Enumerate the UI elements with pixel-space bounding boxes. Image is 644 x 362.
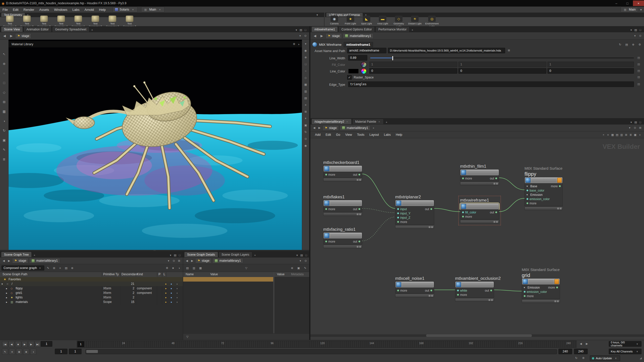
dopesheet-button[interactable]: ≡ [9, 349, 15, 355]
network-menu-tools[interactable]: Tools [354, 132, 367, 138]
close-button[interactable]: × [633, 1, 644, 6]
node-grid-standard-surface[interactable]: MtlX Standard Surface grid ▾Emission●mor… [522, 267, 560, 303]
path-back-icon[interactable]: ◀ [2, 33, 8, 39]
translate-tool-icon[interactable]: ⊕ [1, 61, 7, 66]
snap-frames-button[interactable]: ⊞ [16, 349, 22, 355]
node-port-row[interactable]: ▾Basemore [525, 184, 562, 188]
update-refresh-icon[interactable]: ↻ [574, 356, 579, 360]
path-pin-icon[interactable]: ⊙ [303, 34, 308, 38]
menu-file[interactable]: File [0, 7, 10, 13]
node-body[interactable] [323, 200, 362, 206]
expander-icon[interactable]: ▸ [6, 301, 9, 303]
tree-row-materials[interactable]: ▸ ▥ materials Scope 15 ● ● ◑ [0, 300, 183, 304]
path-add-icon[interactable]: + [371, 126, 376, 130]
tree-target-icon[interactable]: ⊕ [70, 266, 74, 270]
node-port-row[interactable]: moreout [324, 207, 362, 211]
pane-split-icon[interactable]: ▤ [299, 28, 303, 32]
lighting-toggle-icon[interactable]: ☀ [303, 116, 308, 120]
rotate-tool-icon[interactable]: ○ [1, 70, 7, 76]
fill-color-g-field[interactable]: 1 [458, 62, 546, 67]
node-port-row[interactable]: moreout [324, 172, 362, 177]
desktop-selector[interactable]: Solaris ▾ [113, 7, 137, 12]
line-color-b-field[interactable]: 0 [547, 68, 634, 74]
path-chip-materiallibrary[interactable]: materiallibrary1 [212, 258, 243, 263]
menu-assets[interactable]: Assets [37, 7, 52, 13]
visibility-toggle[interactable]: ● [171, 292, 172, 294]
input-port[interactable] [457, 294, 459, 296]
node-body[interactable] [525, 177, 563, 184]
fill-color-wheel-icon[interactable] [361, 62, 367, 68]
expander-icon[interactable]: ▸ [6, 292, 9, 294]
path-forward-icon[interactable]: ▶ [190, 259, 194, 263]
menu-edit[interactable]: Edit [10, 7, 21, 13]
path-menu-icon[interactable]: ▾ [166, 259, 171, 263]
input-port[interactable] [457, 290, 459, 291]
node-body[interactable] [460, 203, 499, 210]
node-port-row[interactable]: emission_color [522, 290, 560, 294]
more-toggle[interactable]: more [551, 185, 558, 188]
fill-color-b-field[interactable]: 1 [547, 62, 634, 67]
range-slider-track[interactable] [86, 349, 557, 354]
network-menu-help[interactable]: Help [393, 132, 405, 138]
path-forward-icon[interactable]: ▶ [319, 33, 325, 39]
eye-display-icon[interactable]: ◉ [303, 144, 308, 148]
details-cube-icon[interactable]: ▣ [296, 266, 301, 270]
activation-toggle[interactable]: ● [165, 292, 167, 294]
path-forward-icon[interactable]: ▶ [8, 33, 14, 39]
node-footer[interactable] [460, 220, 499, 223]
node-port-row[interactable]: more [525, 201, 562, 205]
shade-mode-icon[interactable]: ◑ [1, 118, 7, 124]
path-chip-materiallibrary[interactable]: materiallibrary1 [340, 125, 370, 131]
node-mtlxflakes1[interactable]: mtlxflakes1 moreout [323, 194, 362, 216]
network-display-icon[interactable]: ◑ [637, 133, 642, 137]
node-body[interactable] [323, 232, 362, 239]
output-port[interactable] [358, 208, 360, 210]
node-port-row[interactable]: moreout [395, 288, 434, 293]
input-port[interactable] [397, 212, 399, 214]
pane-menu-icon[interactable]: ▾ [629, 28, 633, 32]
path-chip-stage[interactable]: ⚑stage [195, 258, 212, 263]
tab-material-palette[interactable]: Material Palette× [352, 119, 384, 124]
details-filter-icon[interactable]: ▽ [244, 266, 249, 270]
input-port[interactable] [527, 198, 528, 200]
node-port-row[interactable]: ▾Emission●more [522, 285, 560, 290]
input-port[interactable] [527, 202, 528, 204]
more-toggle[interactable]: more [328, 207, 335, 211]
range-slider-handle[interactable] [86, 350, 98, 353]
output-port[interactable] [559, 185, 561, 187]
wireframe-view-icon[interactable]: ◇ [303, 76, 308, 80]
edge-type-field[interactable]: triangles [348, 81, 634, 87]
node-port-row[interactable]: more [455, 293, 494, 297]
input-port[interactable] [462, 216, 464, 217]
activation-toggle[interactable]: ● [165, 301, 167, 303]
network-lines-icon[interactable]: ≣ [628, 133, 633, 137]
node-body[interactable] [323, 165, 362, 172]
tree-row-grid1[interactable]: ▸ ◇ grid1 Xform 2 component ● ● ◑ [0, 291, 183, 295]
path-menu-icon[interactable]: ▾ [298, 34, 302, 38]
tab-mtlxwireframe1[interactable]: mtlxwireframe1 [311, 26, 338, 32]
input-port[interactable] [397, 290, 399, 291]
input-port[interactable] [524, 291, 526, 293]
collapse-icon[interactable]: ▾ [524, 286, 526, 289]
grid-view-icon[interactable]: ▦ [303, 82, 308, 86]
playhead-marker[interactable]: 1 [77, 341, 84, 347]
prev-frame-button[interactable]: ◀ [9, 341, 15, 347]
snap-tool-icon[interactable]: ⊞ [1, 99, 7, 105]
line-color-wheel-icon[interactable] [361, 68, 367, 74]
path-back-icon[interactable]: ◀ [185, 259, 189, 263]
output-port[interactable] [490, 290, 492, 291]
more-toggle[interactable]: more [548, 286, 555, 289]
line-color-swatch[interactable] [348, 69, 359, 74]
collapse-icon[interactable]: ▾ [527, 185, 529, 188]
pane-add-tab-button[interactable]: + [253, 253, 257, 257]
pane-menu-icon[interactable]: ▾ [295, 253, 299, 257]
shelf-tool-geometry-light[interactable]: ◇Geometry Light [391, 16, 406, 28]
camera-view-icon[interactable]: ◉ [303, 49, 308, 53]
more-toggle[interactable]: more [400, 220, 407, 224]
line-width-slider-handle[interactable] [392, 56, 393, 61]
tab-performance-monitor[interactable]: Performance Monitor [375, 26, 410, 32]
node-mtlxfacing_ratio1[interactable]: mtlxfacing_ratio1 moreout [323, 227, 362, 248]
path-back-icon[interactable]: ◀ [2, 259, 6, 263]
range-end-field[interactable]: 240 [574, 349, 588, 354]
tab-animation-editor[interactable]: Animation Editor [23, 26, 52, 32]
